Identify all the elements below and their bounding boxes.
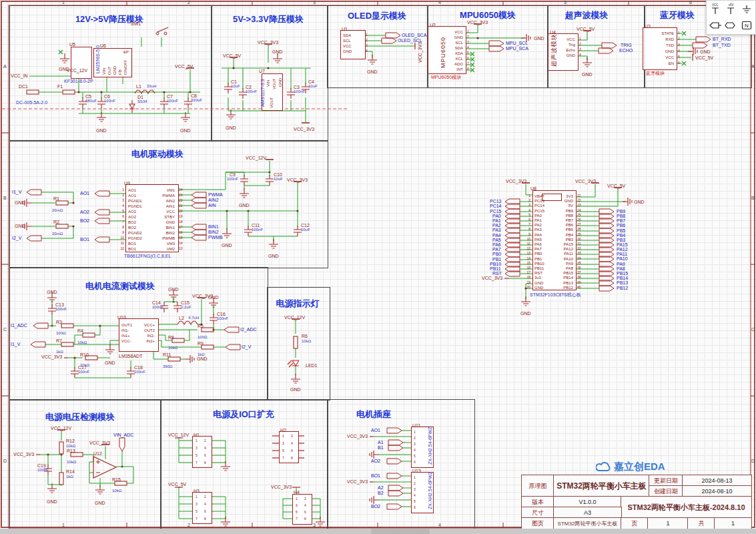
pin-name[interactable]: IN1+ — [121, 334, 130, 338]
component-ref[interactable]: C3 — [294, 85, 300, 89]
pin-number[interactable]: 35 — [577, 262, 581, 265]
net-flag[interactable] — [602, 43, 617, 48]
power-net-label[interactable]: GND — [180, 128, 191, 133]
pin-number[interactable]: 30 — [577, 238, 581, 241]
chip-body[interactable] — [542, 194, 562, 201]
pin-name[interactable]: FB — [118, 69, 122, 75]
pin-name[interactable]: XCL — [455, 57, 463, 61]
component-ref[interactable]: U7 — [259, 69, 265, 73]
power-net-label[interactable]: VCC_5V — [577, 27, 595, 31]
component-value[interactable]: 10uF — [231, 84, 240, 88]
net-label[interactable]: PA12 — [617, 247, 628, 252]
pin-number[interactable]: 2 — [204, 439, 206, 443]
pin-number[interactable]: 2 — [204, 495, 206, 499]
net-label[interactable]: AIN — [208, 203, 216, 208]
pin-number[interactable]: 3 — [579, 48, 581, 51]
component-value[interactable]: 100Ω — [198, 335, 208, 339]
pin-name[interactable]: ADO — [454, 62, 463, 66]
pin-name[interactable]: PA2 — [534, 223, 542, 227]
net-flag[interactable] — [693, 43, 707, 48]
component-value[interactable]: 10kΩ — [112, 489, 121, 493]
net-flag[interactable] — [119, 438, 125, 451]
inductor-symbol[interactable] — [177, 321, 198, 324]
module-title-ultrasonic[interactable]: 超声波模块 — [565, 9, 609, 21]
component-ref[interactable]: C5 — [85, 94, 91, 99]
pin-name[interactable]: 3v3 — [534, 276, 541, 280]
pin-number[interactable]: 3 — [122, 199, 124, 202]
net-flag[interactable] — [387, 473, 402, 479]
net-flag[interactable] — [33, 323, 48, 328]
pin-number[interactable]: 36 — [577, 266, 581, 270]
net-label[interactable]: PA6 — [492, 242, 501, 247]
pin-name[interactable]: AO2 — [128, 215, 136, 219]
power-net-label[interactable]: VCC_3V3 — [271, 485, 292, 489]
net-flag[interactable] — [192, 203, 206, 208]
pin-number[interactable]: 5 — [678, 55, 680, 59]
net-label[interactable]: AO2 — [80, 210, 89, 214]
pin-name[interactable]: OUT1 — [121, 323, 132, 327]
pin-number[interactable]: 3 — [282, 442, 284, 445]
net-label[interactable]: PA4 — [492, 233, 501, 238]
component-ref[interactable]: LED1 — [306, 363, 318, 368]
component-ref[interactable]: U9 — [124, 181, 130, 186]
component-ref[interactable]: D1 — [137, 95, 143, 99]
pin-number[interactable]: 16 — [179, 231, 183, 234]
pin-name[interactable]: GND — [564, 199, 573, 203]
net-label[interactable]: PA1 — [492, 218, 501, 223]
pin-number[interactable]: 6 — [304, 511, 306, 514]
pin-number[interactable]: 4 — [467, 46, 469, 49]
net-label[interactable]: PB7 — [617, 218, 625, 223]
module-sublabel[interactable]: 蓝牙模块 — [646, 71, 665, 75]
gnd-symbol[interactable] — [185, 355, 194, 363]
component-value[interactable]: 10uF — [301, 228, 310, 232]
pin-number[interactable]: 7 — [467, 62, 469, 65]
pin-name[interactable]: XDA — [455, 51, 463, 55]
net-flag[interactable] — [696, 37, 711, 42]
component-ref[interactable]: H3 — [194, 489, 200, 493]
gnd-symbol[interactable] — [60, 53, 69, 63]
net-flag[interactable] — [226, 344, 240, 350]
net-label[interactable]: PA10 — [617, 256, 628, 261]
net-label[interactable]: I1_V — [11, 342, 20, 346]
component-ref[interactable]: R7 — [56, 338, 62, 343]
component-ref[interactable]: U8 — [530, 186, 536, 191]
capacitor-symbol[interactable] — [240, 175, 248, 186]
pin-number[interactable]: 4 — [291, 442, 293, 445]
net-label[interactable]: PB1 — [492, 257, 501, 262]
component-ref[interactable]: R9 — [198, 341, 204, 346]
net-label[interactable]: BT_TXD — [713, 43, 731, 47]
component-ref[interactable]: R6 — [302, 334, 308, 338]
pin-name[interactable]: PGND1 — [128, 204, 142, 208]
component-ref[interactable]: R15 — [112, 477, 121, 482]
pin-name[interactable]: PB5 — [566, 228, 573, 232]
pin-name[interactable]: EN — [669, 61, 674, 65]
component-ref[interactable]: L1 — [136, 84, 141, 89]
component-ref[interactable]: R2 — [53, 220, 59, 224]
pin-number[interactable]: 4 — [204, 447, 206, 450]
pin-number[interactable]: 15 — [526, 262, 530, 265]
module-sublabel[interactable]: MPU6050模块 — [431, 75, 461, 79]
red-wire[interactable] — [157, 27, 168, 32]
pin-number[interactable]: 39 — [577, 281, 581, 284]
pin-number[interactable]: 4 — [414, 449, 416, 452]
pin-number[interactable]: 1 — [579, 37, 581, 41]
pin-name[interactable]: VCC — [454, 30, 463, 34]
pin-number[interactable]: 2 — [579, 43, 581, 46]
pin-number[interactable]: 33 — [577, 252, 581, 255]
pin-name[interactable]: GND — [278, 78, 282, 87]
pin-number[interactable]: 18 — [179, 220, 183, 224]
pin-number[interactable]: 38 — [577, 276, 581, 279]
pin-number[interactable]: 3 — [196, 503, 198, 506]
pin-name[interactable]: VCC — [166, 210, 175, 214]
pin-number[interactable]: 17 — [179, 226, 183, 229]
pin-name[interactable]: VCC — [665, 55, 674, 59]
net-label[interactable]: ECHO — [619, 48, 633, 53]
pin-name[interactable]: PGND1 — [128, 199, 142, 203]
pin-number[interactable]: 34 — [577, 257, 581, 260]
component-value[interactable]: 10kΩ — [77, 340, 87, 344]
component-value[interactable]: 100nF — [294, 89, 305, 93]
pin-name[interactable]: GND — [534, 281, 543, 285]
component-ref[interactable]: C16 — [217, 312, 226, 316]
component-ref[interactable]: R10 — [80, 352, 89, 357]
pin-number[interactable]: 11 — [121, 242, 124, 245]
